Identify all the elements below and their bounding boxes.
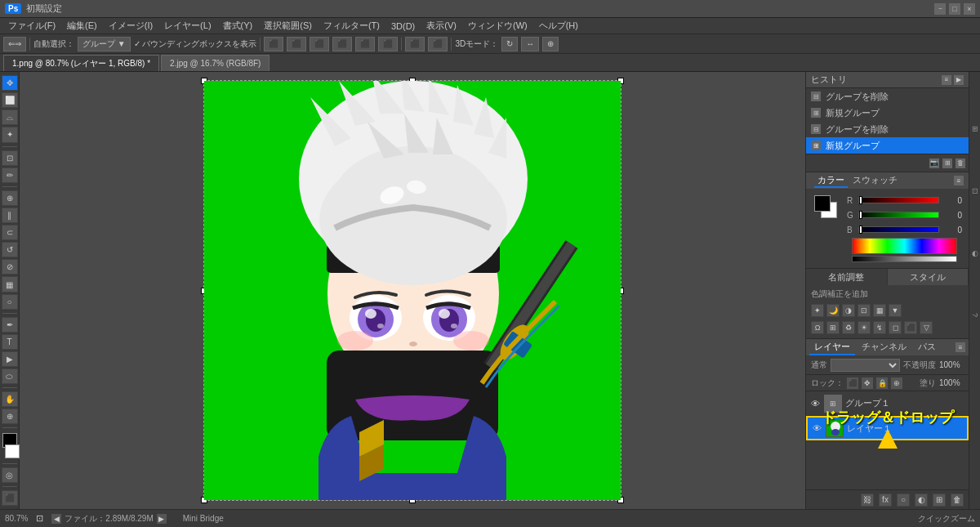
quick-mask-tool[interactable]: ◎ [2, 467, 18, 483]
path-selection-tool[interactable]: ▶ [2, 351, 18, 367]
lock-art-btn[interactable]: ⊕ [891, 377, 902, 389]
lock-pixels-btn[interactable]: ⬛ [847, 377, 858, 389]
appearance-tab-correction[interactable]: 名前調整 [806, 269, 888, 285]
window-controls[interactable]: － □ × [934, 3, 975, 15]
mini-bridge-label[interactable]: Mini Bridge [183, 514, 224, 523]
r-track[interactable] [858, 197, 939, 203]
show-bounds-checkbox[interactable]: ✓ バウンディングボックスを表示 [134, 38, 257, 50]
3d-zoom[interactable]: ⊕ [542, 37, 559, 51]
minimize-button[interactable]: － [934, 3, 946, 15]
layer-style-btn[interactable]: fx [879, 494, 892, 507]
screen-mode-btn[interactable]: ⬛ [2, 490, 18, 506]
menu-item[interactable]: レイヤー(L) [159, 19, 216, 33]
menu-item[interactable]: 書式(Y) [218, 19, 258, 33]
color-tab-swatches[interactable]: スウォッチ [849, 174, 901, 188]
lock-position-btn[interactable]: ✥ [862, 377, 873, 389]
layer-mask-btn[interactable]: ○ [897, 494, 910, 507]
align-center-h[interactable]: ⬛ [287, 37, 306, 51]
layers-tab-paths[interactable]: パス [913, 340, 941, 355]
align-left[interactable]: ⬛ [264, 37, 283, 51]
side-icon-1[interactable]: ⊞ [970, 105, 980, 154]
app-icon-12[interactable]: ◻ [889, 321, 902, 334]
app-icon-1[interactable]: ✦ [811, 304, 824, 317]
shape-tool[interactable]: ⬭ [2, 368, 18, 384]
app-icon-8[interactable]: ⊞ [826, 321, 840, 334]
history-item-4[interactable]: ⊞ 新規グループ [806, 137, 969, 154]
fill-value[interactable]: 100% [939, 378, 964, 387]
align-top[interactable]: ⬛ [332, 37, 352, 51]
g-track[interactable] [858, 212, 939, 218]
history-snapshot-btn[interactable]: 📷 [929, 159, 939, 168]
app-icon-11[interactable]: ↯ [873, 321, 886, 334]
menu-item[interactable]: ファイル(F) [3, 19, 60, 33]
history-expand-btn[interactable]: ▶ [954, 75, 964, 85]
app-icon-4[interactable]: ⊡ [858, 304, 871, 317]
history-item-1[interactable]: ⊟ グループを削除 [806, 88, 969, 105]
blend-mode-select[interactable] [831, 359, 900, 372]
layers-menu-btn[interactable]: ≡ [956, 342, 965, 352]
auto-select-dropdown[interactable]: グループ ▼ [78, 37, 131, 51]
spot-heal-tool[interactable]: ⊕ [2, 190, 18, 206]
app-icon-13[interactable]: ⬛ [904, 321, 917, 334]
nav-prev-btn[interactable]: ◀ [51, 514, 61, 524]
lasso-tool[interactable]: ⌓ [2, 109, 18, 125]
menu-item[interactable]: 表示(V) [421, 19, 461, 33]
close-button[interactable]: × [964, 3, 975, 15]
move-tool[interactable]: ✥ [2, 75, 18, 91]
crop-tool[interactable]: ⊡ [2, 150, 18, 166]
menu-item[interactable]: ウィンドウ(W) [463, 19, 532, 33]
hand-tool[interactable]: ✋ [2, 391, 18, 407]
color-tab-color[interactable]: カラー [814, 174, 848, 188]
distribute-h[interactable]: ⬛ [405, 37, 425, 51]
lock-all-btn[interactable]: 🔒 [876, 377, 888, 389]
align-right[interactable]: ⬛ [310, 37, 329, 51]
menu-item[interactable]: ヘルプ(H) [534, 19, 583, 33]
3d-rotate[interactable]: ↻ [501, 37, 518, 51]
b-track[interactable] [858, 226, 939, 233]
history-delete-btn[interactable]: 🗑 [956, 159, 965, 168]
opacity-value[interactable]: 100% [939, 360, 964, 369]
layer-group-btn[interactable]: ⊞ [933, 494, 946, 507]
history-item-3[interactable]: ⊟ グループを削除 [806, 121, 969, 137]
app-icon-2[interactable]: 🌙 [826, 304, 840, 317]
appearance-tab-style[interactable]: スタイル [888, 269, 969, 285]
maximize-button[interactable]: □ [949, 3, 960, 15]
type-tool[interactable]: T [2, 334, 18, 350]
app-icon-6[interactable]: ▼ [889, 304, 902, 317]
menu-item[interactable]: 選択範囲(S) [259, 19, 317, 33]
magic-wand-tool[interactable]: ✦ [2, 127, 18, 142]
gradient-tool[interactable]: ▦ [2, 276, 18, 292]
layer-delete-btn[interactable]: 🗑 [951, 494, 964, 507]
brush-tool[interactable]: ∥ [2, 208, 18, 223]
app-icon-3[interactable]: ◑ [842, 304, 855, 317]
history-new-doc-btn[interactable]: ⊞ [942, 159, 952, 168]
app-icon-14[interactable]: ▽ [920, 321, 933, 334]
align-bottom[interactable]: ⬛ [378, 37, 398, 51]
layer-adjustment-btn[interactable]: ◐ [915, 494, 928, 507]
3d-pan[interactable]: ↔ [521, 37, 539, 51]
align-center-v[interactable]: ⬛ [355, 37, 375, 51]
menu-item[interactable]: 編集(E) [62, 19, 102, 33]
layers-tab-channels[interactable]: チャンネル [857, 340, 911, 355]
side-icon-2[interactable]: ⊡ [970, 167, 980, 216]
side-icon-3[interactable]: ◐ [970, 229, 980, 278]
clone-tool[interactable]: ⊂ [2, 225, 18, 240]
pen-tool[interactable]: ✒ [2, 317, 18, 333]
b-thumb[interactable] [859, 226, 862, 234]
layer-link-btn[interactable]: ⛓ [861, 494, 874, 507]
menu-item[interactable]: イメージ(I) [104, 19, 158, 33]
dodge-tool[interactable]: ○ [2, 294, 18, 310]
tab-1[interactable]: 1.png @ 80.7% (レイヤー 1, RGB/8) * [3, 55, 159, 71]
move-tool-options[interactable]: ⇐⇒ [3, 37, 26, 51]
history-menu-btn[interactable]: ≡ [942, 75, 951, 85]
canvas-container[interactable] [203, 80, 621, 501]
side-icon-4[interactable]: ? [970, 291, 980, 340]
color-menu-btn[interactable]: ≡ [954, 176, 964, 185]
zoom-tool[interactable]: ⊕ [2, 409, 18, 424]
history-brush-tool[interactable]: ↺ [2, 242, 18, 257]
fg-color-box[interactable] [814, 195, 831, 212]
g-thumb[interactable] [859, 211, 862, 219]
color-hue-bar[interactable] [852, 238, 957, 254]
app-icon-7[interactable]: Ω [811, 321, 824, 334]
marquee-tool[interactable]: ⬜ [2, 92, 18, 108]
